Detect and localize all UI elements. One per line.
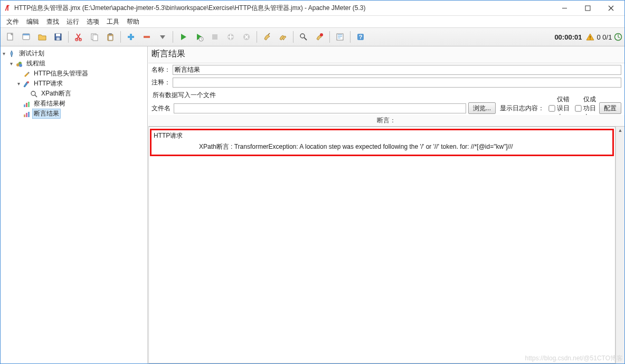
function-helper-icon[interactable]: [333, 30, 347, 44]
tree-label: HTTP信息头管理器: [32, 69, 90, 79]
highlighted-result: HTTP请求 XPath断言 : TransformerException: A…: [150, 129, 614, 156]
run-icon[interactable]: [176, 30, 190, 44]
svg-rect-41: [26, 113, 27, 117]
comment-row: 注释：: [148, 76, 624, 89]
tree-node-header-manager[interactable]: HTTP信息头管理器: [1, 69, 147, 79]
new-file-icon[interactable]: [4, 30, 17, 44]
svg-rect-40: [24, 114, 25, 117]
assertion-icon: [30, 90, 38, 98]
comment-label: 注释：: [151, 78, 173, 87]
toolbar-separator: [68, 31, 69, 43]
thread-count: 0/1: [602, 33, 612, 41]
svg-rect-14: [109, 36, 112, 40]
copy-icon[interactable]: [88, 30, 101, 44]
app-logo-icon: [4, 4, 11, 12]
warning-icon: [586, 33, 594, 41]
svg-rect-11: [93, 35, 98, 41]
sampler-icon: [22, 80, 31, 88]
editor-panel: 断言结果 名称： 注释： 所有数据写入一个文件 文件名 浏览... 显示日志内容…: [148, 46, 624, 363]
toolbar: ? 00:00:01 0 0/1: [1, 28, 624, 46]
tree-label: XPath断言: [40, 89, 73, 99]
filename-input[interactable]: [174, 103, 466, 113]
cut-icon[interactable]: [72, 30, 86, 44]
listener-icon: [22, 100, 31, 108]
result-sampler-name: HTTP请求: [151, 130, 612, 140]
maximize-button[interactable]: [576, 2, 599, 14]
svg-text:?: ?: [359, 34, 363, 40]
open-icon[interactable]: [35, 30, 49, 44]
svg-rect-4: [23, 34, 30, 35]
tree-node-test-plan[interactable]: ▾ 测试计划: [1, 49, 147, 59]
run-status: 0 0/1: [585, 33, 622, 41]
search-icon[interactable]: [297, 30, 310, 44]
svg-rect-29: [590, 36, 591, 38]
window-title: HTTP信息头管理器.jmx (E:\Jmeter\apache-jmeter-…: [14, 4, 553, 13]
toolbar-separator: [293, 31, 293, 43]
content-area: ▾ 测试计划 ▾ 线程组 HTTP信息头管理器 ▾ HTTP请求 XPath断言: [1, 46, 624, 363]
svg-rect-16: [130, 34, 132, 40]
tree-twisty-icon[interactable]: ▾: [8, 61, 14, 66]
tree-twisty-icon[interactable]: ▾: [15, 81, 22, 87]
tree-node-http-request[interactable]: ▾ HTTP请求: [1, 79, 147, 89]
menu-run[interactable]: 运行: [63, 16, 83, 27]
svg-rect-6: [56, 34, 60, 36]
vertical-scrollbar[interactable]: ▲: [615, 127, 624, 363]
reset-search-icon[interactable]: [312, 30, 326, 44]
paste-icon[interactable]: [103, 30, 117, 44]
svg-rect-37: [24, 104, 25, 107]
clear-icon[interactable]: [260, 30, 274, 44]
stop-icon[interactable]: [208, 30, 222, 44]
menu-search[interactable]: 查找: [43, 16, 63, 27]
svg-point-24: [300, 34, 305, 38]
menu-edit[interactable]: 编辑: [23, 16, 43, 27]
tree-node-assertion-results[interactable]: 断言结果: [1, 109, 147, 119]
test-plan-tree[interactable]: ▾ 测试计划 ▾ 线程组 HTTP信息头管理器 ▾ HTTP请求 XPath断言: [1, 46, 148, 363]
tree-label: 察看结果树: [32, 99, 67, 109]
tree-twisty-icon[interactable]: ▾: [1, 51, 7, 56]
templates-icon[interactable]: [20, 30, 33, 44]
menu-tools[interactable]: 工具: [103, 16, 123, 27]
save-icon[interactable]: [51, 30, 65, 44]
menu-options[interactable]: 选项: [83, 16, 103, 27]
svg-rect-19: [212, 34, 217, 40]
thread-group-icon: [15, 60, 23, 68]
shutdown-icon[interactable]: [224, 30, 238, 44]
result-assertion-message: XPath断言 : TransformerException: A locati…: [151, 140, 612, 155]
running-indicator-icon: [614, 33, 622, 41]
configure-button[interactable]: 配置: [599, 102, 621, 114]
help-icon[interactable]: ?: [354, 30, 367, 44]
toolbar-separator: [257, 31, 257, 43]
toggle-icon[interactable]: [156, 30, 169, 44]
clear-all-icon[interactable]: [276, 30, 290, 44]
tree-label: 断言结果: [32, 109, 61, 119]
tree-node-thread-group[interactable]: ▾ 线程组: [1, 59, 147, 69]
scroll-up-icon[interactable]: ▲: [618, 128, 623, 133]
minimize-button[interactable]: [553, 2, 576, 14]
stop-remote-icon[interactable]: [240, 30, 253, 44]
name-row: 名称：: [148, 63, 624, 76]
collapse-icon[interactable]: [140, 30, 154, 44]
results-area: HTTP请求 XPath断言 : TransformerException: A…: [148, 127, 624, 363]
svg-rect-42: [28, 112, 30, 117]
run-no-timers-icon[interactable]: [192, 30, 206, 44]
assertion-column-header: 断言：: [148, 115, 624, 127]
name-label: 名称：: [151, 65, 173, 74]
toolbar-separator: [350, 31, 351, 43]
svg-rect-0: [562, 8, 567, 8]
menubar: 文件 编辑 查找 运行 选项 工具 帮助: [1, 16, 624, 28]
comment-input[interactable]: [173, 78, 621, 88]
tree-node-xpath-assertion[interactable]: XPath断言: [1, 89, 147, 99]
menu-file[interactable]: 文件: [3, 16, 23, 27]
expand-icon[interactable]: [124, 30, 138, 44]
close-button[interactable]: [599, 2, 622, 14]
results-body[interactable]: HTTP请求 XPath断言 : TransformerException: A…: [148, 127, 615, 363]
svg-point-36: [31, 91, 35, 95]
name-input[interactable]: [173, 65, 621, 75]
tree-node-view-results-tree[interactable]: 察看结果树: [1, 99, 147, 109]
svg-rect-22: [228, 36, 233, 37]
svg-point-25: [320, 33, 323, 36]
filename-label: 文件名: [151, 104, 174, 113]
tree-label: HTTP请求: [32, 79, 64, 89]
menu-help[interactable]: 帮助: [123, 16, 143, 27]
browse-button[interactable]: 浏览...: [468, 102, 496, 114]
